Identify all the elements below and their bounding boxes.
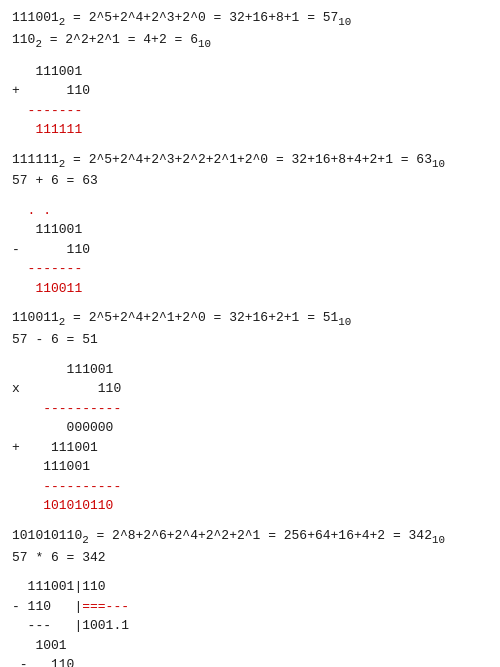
addition-op-line1: 111001 [12,62,488,82]
addition-intro-section: 1110012 = 2^5+2^4+2^3+2^0 = 32+16+8+1 = … [12,8,488,52]
mult-partial2: + 111001 [12,438,488,458]
subtraction-result-line2: 57 - 6 = 51 [12,330,488,350]
mult-op-line1: 111001 [12,360,488,380]
mult-partial1: 000000 [12,418,488,438]
mult-partial3: 111001 [12,457,488,477]
mult-op-line2: x 110 [12,379,488,399]
addition-op-line2: + 110 [12,81,488,101]
addition-intro-line2: 1102 = 2^2+2^1 = 4+2 = 610 [12,30,488,52]
subtraction-result-binary: 110011 [12,279,488,299]
addition-result-line1: 1111112 = 2^5+2^4+2^3+2^2+2^1+2^0 = 32+1… [12,150,488,172]
mult-divider1: ---------- [12,399,488,419]
div-line4: 1001 [12,636,488,656]
div-line5: - 110 [12,655,488,667]
subtraction-result-section: 1100112 = 2^5+2^4+2^1+2^0 = 32+16+2+1 = … [12,308,488,349]
mult-result-binary: 101010110 [12,496,488,516]
addition-calc-section: 111001 + 110 ------- 111111 [12,62,488,140]
addition-divider: ------- [12,101,488,121]
addition-result-line2: 57 + 6 = 63 [12,171,488,191]
subtraction-divider: ------- [12,259,488,279]
div-line1: 111001|110 [12,577,488,597]
multiplication-calc-section: 111001 x 110 ---------- 000000 + 111001 … [12,360,488,516]
subtraction-dots: . . [12,201,488,221]
subtraction-result-line1: 1100112 = 2^5+2^4+2^1+2^0 = 32+16+2+1 = … [12,308,488,330]
mult-divider2: ---------- [12,477,488,497]
subtraction-calc-section: . . 111001 - 110 ------- 110011 [12,201,488,299]
page-content: 1110012 = 2^5+2^4+2^3+2^0 = 32+16+8+1 = … [12,8,488,667]
div-line2: - 110 |===--- [12,597,488,617]
subtraction-op-line1: 111001 [12,220,488,240]
addition-intro-line1: 1110012 = 2^5+2^4+2^3+2^0 = 32+16+8+1 = … [12,8,488,30]
addition-result-section: 1111112 = 2^5+2^4+2^3+2^2+2^1+2^0 = 32+1… [12,150,488,191]
addition-result-binary: 111111 [12,120,488,140]
mult-result-line1: 1010101102 = 2^8+2^6+2^4+2^2+2^1 = 256+6… [12,526,488,548]
div-line3: --- |1001.1 [12,616,488,636]
subtraction-op-line2: - 110 [12,240,488,260]
multiplication-result-section: 1010101102 = 2^8+2^6+2^4+2^2+2^1 = 256+6… [12,526,488,567]
mult-result-line2: 57 * 6 = 342 [12,548,488,568]
division-calc-section: 111001|110 - 110 |===--- --- |1001.1 100… [12,577,488,667]
